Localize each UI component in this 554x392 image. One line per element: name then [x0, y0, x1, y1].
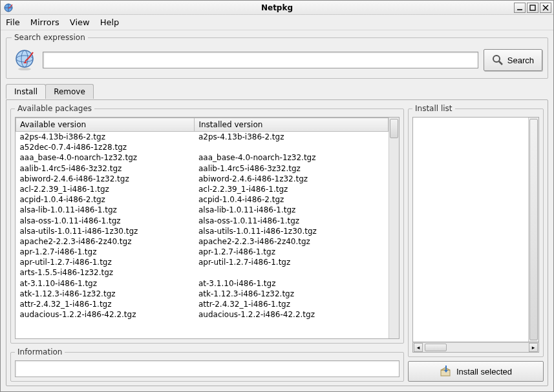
info-legend: Information	[15, 347, 65, 356]
cell-installed: at-3.1.10-i486-1.tgz	[195, 278, 389, 289]
scroll-left-icon[interactable]: ◂	[414, 343, 423, 352]
svg-point-9	[18, 68, 31, 70]
package-install-icon	[440, 366, 453, 377]
cell-installed	[195, 142, 389, 152]
table-row[interactable]: a2ps-4.13b-i386-2.tgza2ps-4.13b-i386-2.t…	[16, 132, 389, 143]
app-window: Netpkg File Mirrors View Help Search exp…	[0, 0, 554, 392]
table-row[interactable]: aaa_base-4.0-noarch-1z32.tgzaaa_base-4.0…	[16, 152, 389, 163]
cell-installed: a2ps-4.13b-i386-2.tgz	[195, 132, 389, 143]
cell-installed: apr-util-1.2.7-i486-1.tgz	[195, 257, 389, 267]
cell-installed: alsa-lib-1.0.11-i486-1.tgz	[195, 205, 389, 215]
svg-rect-2	[530, 5, 535, 10]
cell-installed: abiword-2.4.6-i486-1z32.tgz	[195, 174, 389, 184]
cell-installed	[195, 267, 389, 278]
app-icon	[3, 3, 14, 13]
search-icon	[492, 54, 504, 66]
search-group: Search expression	[6, 33, 548, 79]
tab-remove[interactable]: Remove	[45, 84, 94, 99]
available-group: Available packages Available version Ins…	[10, 104, 404, 344]
cell-available: audacious-1.2.2-i486-42.2.tgz	[16, 309, 195, 320]
search-input[interactable]	[43, 52, 478, 68]
tabs: Install Remove	[6, 84, 548, 99]
tab-install-panel: Available packages Available version Ins…	[6, 99, 548, 386]
cell-available: a52dec-0.7.4-i486-1z28.tgz	[16, 142, 195, 152]
search-button[interactable]: Search	[484, 49, 542, 71]
table-row[interactable]: aalib-1.4rc5-i486-3z32.tgzaalib-1.4rc5-i…	[16, 163, 389, 174]
search-legend: Search expression	[12, 33, 88, 42]
window-title: Netpkg	[1, 3, 553, 12]
cell-installed: atk-1.12.3-i486-1z32.tgz	[195, 289, 389, 299]
cell-available: apr-1.2.7-i486-1.tgz	[16, 247, 195, 257]
menubar: File Mirrors View Help	[1, 15, 553, 30]
cell-installed: aaa_base-4.0-noarch-1z32.tgz	[195, 152, 389, 163]
cell-installed: alsa-utils-1.0.11-i486-1z30.tgz	[195, 226, 389, 236]
tab-install[interactable]: Install	[6, 84, 46, 99]
table-row[interactable]: arts-1.5.5-i486-1z32.tgz	[16, 267, 389, 278]
table-row[interactable]: a52dec-0.7.4-i486-1z28.tgz	[16, 142, 389, 152]
cell-available: alsa-oss-1.0.11-i486-1.tgz	[16, 216, 195, 226]
info-group: Information	[10, 347, 404, 382]
cell-available: aalib-1.4rc5-i486-3z32.tgz	[16, 163, 195, 174]
table-row[interactable]: alsa-oss-1.0.11-i486-1.tgzalsa-oss-1.0.1…	[16, 216, 389, 226]
cell-available: abiword-2.4.6-i486-1z32.tgz	[16, 174, 195, 184]
cell-installed: aalib-1.4rc5-i486-3z32.tgz	[195, 163, 389, 174]
cell-installed: acl-2.2.39_1-i486-1.tgz	[195, 184, 389, 194]
svg-point-10	[493, 56, 500, 62]
table-row[interactable]: alsa-utils-1.0.11-i486-1z30.tgzalsa-util…	[16, 226, 389, 236]
cell-installed: apr-1.2.7-i486-1.tgz	[195, 247, 389, 257]
available-legend: Available packages	[15, 104, 94, 113]
cell-available: attr-2.4.32_1-i486-1.tgz	[16, 299, 195, 309]
packages-table[interactable]: Available version Installed version a2ps…	[16, 118, 389, 338]
info-box	[15, 360, 400, 377]
table-row[interactable]: alsa-lib-1.0.11-i486-1.tgzalsa-lib-1.0.1…	[16, 205, 389, 215]
table-row[interactable]: apr-util-1.2.7-i486-1.tgzapr-util-1.2.7-…	[16, 257, 389, 267]
cell-installed: alsa-oss-1.0.11-i486-1.tgz	[195, 216, 389, 226]
globe-network-icon	[12, 47, 37, 73]
table-row[interactable]: atk-1.12.3-i486-1z32.tgzatk-1.12.3-i486-…	[16, 289, 389, 299]
menu-file[interactable]: File	[6, 17, 20, 27]
cell-available: a2ps-4.13b-i386-2.tgz	[16, 132, 195, 143]
cell-installed: audacious-1.2.2-i486-42.2.tgz	[195, 309, 389, 320]
install-list-group: Install list ◂ ▸	[408, 104, 544, 357]
table-row[interactable]: apr-1.2.7-i486-1.tgzapr-1.2.7-i486-1.tgz	[16, 247, 389, 257]
cell-available: acpid-1.0.4-i486-2.tgz	[16, 194, 195, 205]
table-row[interactable]: abiword-2.4.6-i486-1z32.tgzabiword-2.4.6…	[16, 174, 389, 184]
menu-view[interactable]: View	[70, 17, 90, 27]
cell-available: arts-1.5.5-i486-1z32.tgz	[16, 267, 195, 278]
table-row[interactable]: attr-2.4.32_1-i486-1.tgzattr-2.4.32_1-i4…	[16, 299, 389, 309]
col-available[interactable]: Available version	[16, 118, 195, 132]
search-button-label: Search	[507, 56, 534, 65]
cell-available: apache2-2.2.3-i486-2z40.tgz	[16, 236, 195, 247]
cell-available: alsa-utils-1.0.11-i486-1z30.tgz	[16, 226, 195, 236]
table-row[interactable]: audacious-1.2.2-i486-42.2.tgzaudacious-1…	[16, 309, 389, 320]
col-installed[interactable]: Installed version	[195, 118, 389, 132]
close-button[interactable]	[540, 3, 551, 13]
table-row[interactable]: apache2-2.2.3-i486-2z40.tgzapache2-2.2.3…	[16, 236, 389, 247]
table-row[interactable]: at-3.1.10-i486-1.tgzat-3.1.10-i486-1.tgz	[16, 278, 389, 289]
cell-available: atk-1.12.3-i486-1z32.tgz	[16, 289, 195, 299]
install-list-vscrollbar[interactable]	[528, 118, 538, 342]
install-selected-button[interactable]: Install selected	[408, 361, 544, 382]
install-list-legend: Install list	[412, 104, 455, 113]
content-area: Search expression	[1, 30, 553, 391]
cell-available: acl-2.2.39_1-i486-1.tgz	[16, 184, 195, 194]
cell-available: alsa-lib-1.0.11-i486-1.tgz	[16, 205, 195, 215]
svg-point-5	[16, 50, 33, 67]
table-row[interactable]: acpid-1.0.4-i486-2.tgzacpid-1.0.4-i486-2…	[16, 194, 389, 205]
cell-installed: acpid-1.0.4-i486-2.tgz	[195, 194, 389, 205]
install-list[interactable]	[413, 118, 528, 342]
scroll-right-icon[interactable]: ▸	[529, 343, 538, 352]
maximize-button[interactable]	[527, 3, 538, 13]
minimize-button[interactable]	[514, 3, 526, 13]
cell-available: at-3.1.10-i486-1.tgz	[16, 278, 195, 289]
install-list-hscrollbar[interactable]: ◂ ▸	[412, 342, 539, 353]
packages-scrollbar[interactable]	[389, 118, 399, 338]
menu-help[interactable]: Help	[100, 17, 120, 27]
cell-installed: attr-2.4.32_1-i486-1.tgz	[195, 299, 389, 309]
cell-available: apr-util-1.2.7-i486-1.tgz	[16, 257, 195, 267]
table-row[interactable]: acl-2.2.39_1-i486-1.tgzacl-2.2.39_1-i486…	[16, 184, 389, 194]
titlebar: Netpkg	[1, 1, 553, 15]
menu-mirrors[interactable]: Mirrors	[30, 17, 59, 27]
svg-line-11	[499, 61, 502, 65]
cell-installed: apache2-2.2.3-i486-2z40.tgz	[195, 236, 389, 247]
